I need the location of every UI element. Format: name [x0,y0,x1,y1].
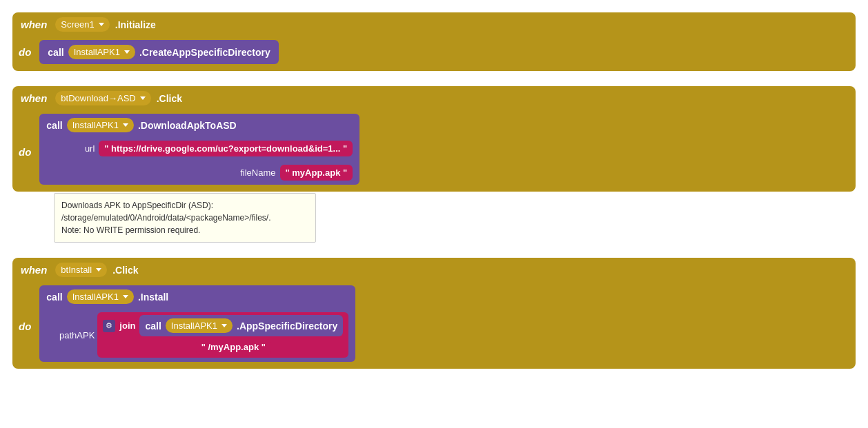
block3-inner-component-label: InstallAPK1 [171,320,217,331]
block3-call-label: call [46,292,62,303]
block3-do-row: do call InstallAPK1 .Install pathAPK [12,282,856,369]
block2-url-param-label: url [46,143,95,154]
block1-when-row: when Screen1 .Initialize [12,12,856,37]
block3-group: when btInstall .Click do call InstallAPK… [12,258,856,369]
block2-when-row: when btDownload→ASD .Click [12,86,856,110]
block1-call-dropdown-arrow-icon [124,50,130,54]
block2-call-component-dropdown[interactable]: InstallAPK1 [67,118,134,132]
block3-call-component-label: InstallAPK1 [72,292,119,302]
block1-dropdown-arrow-icon [99,23,104,26]
block1-group: when Screen1 .Initialize do call Install… [12,12,856,71]
block2-event-label: .Click [157,93,182,104]
block2-call-component-label: InstallAPK1 [72,120,119,130]
block1-method-label: .CreateAppSpecificDirectory [139,47,270,58]
block3-call-block: call InstallAPK1 .Install pathAPK ⚙ join [39,285,355,362]
block3-component-label: btInstall [61,265,92,275]
block3-join-string-row: " /myApp.apk " [103,339,343,355]
block2-url-string-block[interactable]: " https://drive.google.com/uc?export=dow… [99,141,353,156]
block2-dropdown-arrow-icon [140,96,146,100]
block3-inner-call-block: call InstallAPK1 .AppSpecificDirectory [139,315,343,336]
block2-url-value: " https://drive.google.com/uc?export=dow… [104,143,347,154]
block2-url-param-row: url " https://drive.google.com/uc?export… [46,141,353,156]
block3-gear-icon[interactable]: ⚙ [103,320,115,332]
block2-do-label: do [19,141,31,158]
block3-inner-call-label: call [145,320,161,332]
block1-call-label: call [48,47,63,58]
block3-pathapk-param-label: pathAPK [46,330,95,340]
block3-join-block[interactable]: ⚙ join call InstallAPK1 .AppSpecificDire… [97,312,348,358]
block3-when-label: when [21,264,47,276]
block3-inner-component-dropdown[interactable]: InstallAPK1 [166,318,233,333]
block3-when-row: when btInstall .Click [12,258,856,282]
block3-event-label: .Click [112,265,138,276]
block2-call-dropdown-arrow-icon [123,123,128,127]
block2-when-label: when [21,92,47,104]
block3-inner-method-label: .AppSpecificDirectory [237,320,337,332]
block2-filename-param-label: fileName [228,167,276,178]
block1-component-label: Screen1 [61,19,94,30]
block3-join-label: join [119,320,135,331]
block3-pathapk-param-row: pathAPK ⚙ join call InstallAPK1 [46,312,348,358]
block2-group: when btDownload→ASD .Click do call Insta… [12,86,856,243]
block3-do-label: do [19,315,31,332]
block1-event-label: .Initialize [115,19,156,30]
block3-call-row: call InstallAPK1 .Install [46,289,168,304]
blocks-container: when Screen1 .Initialize do call Install… [7,7,861,377]
block2-component-label: btDownload→ASD [61,93,135,103]
block2-filename-value: " myApp.apk " [286,167,348,178]
block1-when-label: when [21,19,47,30]
block1-do-label: do [19,46,31,58]
block1-call-block: call InstallAPK1 .CreateAppSpecificDirec… [39,40,278,64]
block3-join-string-block[interactable]: " /myApp.apk " [196,339,271,355]
block3-join-top-row: ⚙ join call InstallAPK1 .AppSpecificDire… [103,315,343,336]
block2-tooltip-line1: Downloads APK to AppSpecificDir (ASD):/s… [61,201,271,235]
block2-call-label: call [46,120,62,131]
block3-inner-dropdown-arrow-icon [221,324,227,327]
block3-dropdown-arrow-icon [96,268,101,272]
block1-do-row: do call InstallAPK1 .CreateAppSpecificDi… [12,37,856,71]
block3-join-string-value: " /myApp.apk " [201,342,266,352]
block2-do-row: do call InstallAPK1 .DownloadApkToASD ur… [12,110,856,192]
block3-call-component-dropdown[interactable]: InstallAPK1 [67,289,134,304]
block3-call-dropdown-arrow-icon [123,295,128,298]
block3-method-label: .Install [138,292,168,303]
block2-filename-string-block[interactable]: " myApp.apk " [280,165,353,181]
block2-filename-param-row: fileName " myApp.apk " [228,165,353,181]
block2-call-row: call InstallAPK1 .DownloadApkToASD [46,118,236,132]
block1-call-component-label: InstallAPK1 [74,47,120,57]
block3-component-dropdown[interactable]: btInstall [55,263,107,277]
block2-call-block: call InstallAPK1 .DownloadApkToASD url "… [39,114,359,185]
block2-component-dropdown[interactable]: btDownload→ASD [55,91,150,105]
block2-method-label: .DownloadApkToASD [138,120,237,131]
block2-tooltip: Downloads APK to AppSpecificDir (ASD):/s… [54,193,316,243]
block1-component-dropdown[interactable]: Screen1 [55,17,109,32]
block1-call-component-dropdown[interactable]: InstallAPK1 [68,45,135,59]
